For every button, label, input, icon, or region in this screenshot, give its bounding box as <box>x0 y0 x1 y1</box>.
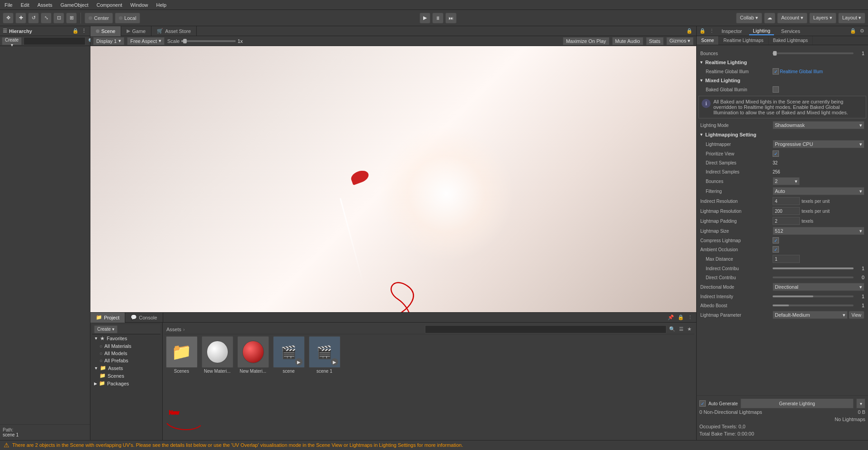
indirect-res-input[interactable] <box>773 197 800 205</box>
tool-scale[interactable]: ⤡ <box>41 13 52 23</box>
hierarchy-menu-icon[interactable]: ⋮ <box>80 27 87 35</box>
max-dist-input[interactable] <box>773 255 800 263</box>
directional-mode-dropdown[interactable]: Directional ▾ <box>773 283 864 291</box>
maximize-btn[interactable]: Maximize On Play <box>563 37 609 45</box>
scale-slider[interactable] <box>181 40 236 42</box>
lock-panel-icon[interactable]: 🔒 <box>699 28 706 34</box>
generate-lighting-btn[interactable]: Generate Lighting <box>741 398 854 408</box>
tab-lighting[interactable]: Lighting <box>749 27 774 35</box>
viewport[interactable] <box>90 46 696 312</box>
asset-new-materi-2[interactable]: New Materi... <box>236 336 270 374</box>
compress-checkbox[interactable] <box>773 237 779 244</box>
sidebar-item-favorites[interactable]: ▼ ★ Favorites <box>92 334 160 342</box>
tab-scene[interactable]: Scene <box>90 26 121 36</box>
menu-help[interactable]: Help <box>154 1 168 9</box>
sidebar-item-scenes[interactable]: 📁 Scenes <box>92 372 160 380</box>
assets-star-icon[interactable]: ★ <box>686 325 693 333</box>
lightmap-res-input[interactable] <box>773 207 800 215</box>
albedo-boost-slider[interactable]: 1 <box>773 303 864 308</box>
tab-inspector[interactable]: Inspector <box>718 28 745 35</box>
lightmap-pad-input[interactable] <box>773 217 800 225</box>
asset-new-materi-1[interactable]: New Materi... <box>200 336 234 374</box>
lightmap-param-dropdown[interactable]: Default-Medium ▾ <box>773 311 848 319</box>
asset-scenes[interactable]: 📁 Scenes <box>165 336 198 374</box>
layers-btn[interactable]: Layers ▾ <box>809 13 836 23</box>
sidebar-item-assets[interactable]: ▼ 📁 Assets <box>92 364 160 372</box>
realtime-gi-link[interactable]: Realtime Global Illum <box>780 69 823 74</box>
mute-btn[interactable]: Mute Audio <box>612 37 643 45</box>
lightmapper-dropdown[interactable]: Progressive CPU ▾ <box>773 140 864 148</box>
sidebar-item-packages[interactable]: ▶ 📁 Packages <box>92 380 160 387</box>
tool-move[interactable]: ✚ <box>15 13 26 23</box>
layout-btn[interactable]: Layout ▾ <box>838 13 865 23</box>
assets-filter-icon[interactable]: ☰ <box>678 325 684 333</box>
indirect-intensity-slider[interactable]: 1 <box>773 294 864 299</box>
pivot-center-btn[interactable]: Center <box>85 13 113 23</box>
cloud-btn[interactable]: ☁ <box>764 13 775 23</box>
hierarchy-search-input[interactable] <box>24 37 85 45</box>
menu-gameobject[interactable]: GameObject <box>59 1 90 9</box>
account-btn[interactable]: Account ▾ <box>777 13 807 23</box>
asset-scene[interactable]: 🎬 ▶ scene <box>272 336 306 374</box>
tool-hand[interactable]: ✥ <box>3 13 14 23</box>
sidebar-item-all-prefabs[interactable]: ○ All Prefabs <box>92 357 160 364</box>
lighting-tab-scene[interactable]: Scene <box>697 36 719 45</box>
pivot-local-btn[interactable]: Local <box>115 13 140 23</box>
pause-btn[interactable]: ⏸ <box>432 13 443 23</box>
menu-component[interactable]: Component <box>94 1 124 9</box>
lighting-mode-dropdown[interactable]: Shadowmask ▾ <box>773 121 864 129</box>
lightmap-size-dropdown[interactable]: 512 ▾ <box>773 227 864 235</box>
tool-rotate[interactable]: ↺ <box>28 13 39 23</box>
project-create-btn[interactable]: Create ▾ <box>94 325 118 333</box>
tab-asset-store[interactable]: 🛒 Asset Store <box>151 26 197 36</box>
gizmos-btn[interactable]: Gizmos ▾ <box>666 37 693 45</box>
sidebar-item-all-materials[interactable]: ○ All Materials <box>92 342 160 350</box>
right-gear-icon[interactable]: ⚙ <box>859 27 865 35</box>
assets-search-icon[interactable]: 🔍 <box>668 325 676 333</box>
generate-dropdown-btn[interactable]: ▾ <box>856 398 865 408</box>
play-btn[interactable]: ▶ <box>420 13 430 23</box>
ambient-occ-checkbox[interactable] <box>773 246 779 253</box>
hierarchy-lock-icon[interactable]: 🔒 <box>71 27 80 35</box>
right-lock-icon[interactable]: 🔒 <box>849 27 857 35</box>
hierarchy-create-btn[interactable]: Create ▾ <box>2 37 22 45</box>
indirect-contrib-slider[interactable]: 1 <box>773 266 864 271</box>
lighting-tab-baked[interactable]: Baked Lightmaps <box>769 36 813 45</box>
auto-generate-checkbox[interactable] <box>699 400 706 407</box>
tool-transform[interactable]: ⊞ <box>66 13 77 23</box>
project-menu-icon[interactable]: ⋮ <box>687 314 693 321</box>
menu-file[interactable]: File <box>3 1 14 9</box>
stats-btn[interactable]: Stats <box>646 37 664 45</box>
step-btn[interactable]: ⏭ <box>445 13 457 23</box>
direct-contrib-slider[interactable]: 0 <box>773 275 864 280</box>
lightmapping-header[interactable]: ▼ Lightmapping Setting <box>698 130 866 139</box>
tab-project[interactable]: 📁 Project <box>90 313 125 323</box>
menu-assets[interactable]: Assets <box>36 1 54 9</box>
prioritize-view-checkbox[interactable] <box>773 150 779 157</box>
filtering-dropdown[interactable]: Auto ▾ <box>773 187 864 195</box>
lock-icon[interactable]: 🔒 <box>685 27 693 34</box>
realtime-gi-checkbox[interactable] <box>773 68 779 75</box>
realtime-lighting-header[interactable]: ▼ Realtime Lighting <box>698 58 866 67</box>
menu-edit[interactable]: Edit <box>19 1 31 9</box>
tab-console[interactable]: 💬 Console <box>125 313 163 323</box>
asset-scene1[interactable]: 🎬 ▶ scene 1 <box>307 336 341 374</box>
assets-search-input[interactable] <box>425 325 666 333</box>
view-btn[interactable]: View <box>849 311 865 319</box>
tool-rect[interactable]: ⊡ <box>53 13 64 23</box>
lighting-tab-realtime[interactable]: Realtime Lightmaps <box>719 36 768 45</box>
collab-btn[interactable]: Collab ▾ <box>736 13 762 23</box>
menu-panel-icon[interactable]: ⋮ <box>709 28 714 34</box>
display-dropdown[interactable]: Display 1 ▾ <box>93 37 124 45</box>
tab-game[interactable]: ▶ Game <box>121 26 151 36</box>
baked-gi-checkbox[interactable] <box>773 86 779 93</box>
mixed-lighting-header[interactable]: ▼ Mixed Lighting <box>698 76 866 85</box>
project-lock2-icon[interactable]: 🔒 <box>677 314 685 321</box>
project-pin-icon[interactable]: 📌 <box>667 314 675 321</box>
sidebar-item-all-models[interactable]: ○ All Models <box>92 350 160 357</box>
bounces-slider[interactable]: 1 <box>773 51 864 56</box>
tab-services[interactable]: Services <box>778 28 804 35</box>
aspect-dropdown[interactable]: Free Aspect ▾ <box>127 37 165 45</box>
menu-window[interactable]: Window <box>128 1 150 9</box>
bounces-lm-dropdown[interactable]: 2 ▾ <box>773 177 800 185</box>
